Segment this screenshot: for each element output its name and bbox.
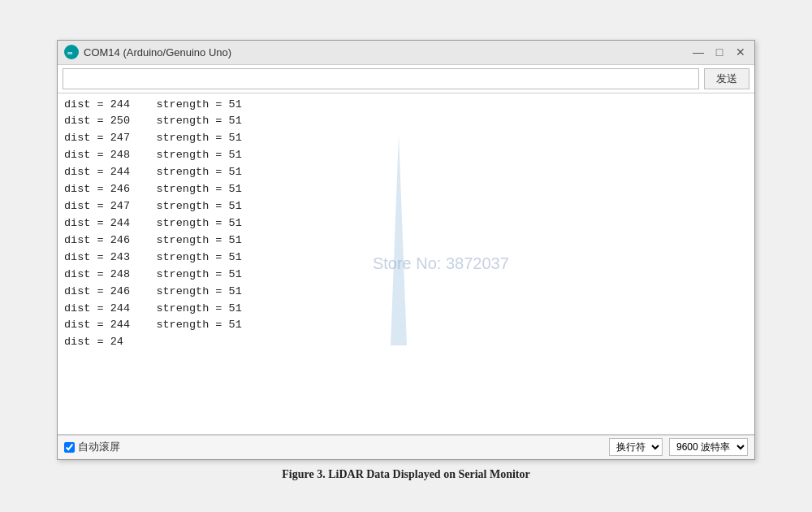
minimize-button[interactable]: — bbox=[691, 45, 706, 59]
serial-line: dist = 248 strength = 51 bbox=[64, 147, 748, 164]
serial-line: dist = 24 bbox=[64, 334, 748, 351]
serial-input[interactable] bbox=[63, 68, 699, 89]
arduino-icon: ∞ bbox=[64, 45, 79, 59]
svg-text:∞: ∞ bbox=[67, 49, 73, 57]
serial-lines-container: dist = 244 strength = 51dist = 250 stren… bbox=[64, 97, 748, 352]
send-button[interactable]: 发送 bbox=[704, 68, 749, 89]
serial-line: dist = 250 strength = 51 bbox=[64, 113, 748, 130]
autoscroll-label: 自动滚屏 bbox=[78, 440, 120, 454]
close-button[interactable]: ✕ bbox=[733, 45, 748, 59]
figure-caption: Figure 3. LiDAR Data Displayed on Serial… bbox=[57, 468, 755, 481]
serial-line: dist = 243 strength = 51 bbox=[64, 249, 748, 267]
serial-line: dist = 247 strength = 51 bbox=[64, 130, 748, 147]
serial-line: dist = 244 strength = 51 bbox=[64, 215, 748, 232]
bottom-bar: 自动滚屏 换行符 9600 波特率 bbox=[58, 435, 754, 459]
baud-select[interactable]: 9600 波特率 bbox=[669, 438, 748, 456]
serial-line: dist = 244 strength = 51 bbox=[64, 164, 748, 181]
serial-monitor-output[interactable]: dist = 244 strength = 51dist = 250 stren… bbox=[58, 93, 754, 435]
serial-line: dist = 246 strength = 51 bbox=[64, 284, 748, 301]
title-bar: ∞ COM14 (Arduino/Genuino Uno) — □ ✕ bbox=[58, 41, 754, 65]
serial-line: dist = 246 strength = 51 bbox=[64, 232, 748, 249]
title-bar-left: ∞ COM14 (Arduino/Genuino Uno) bbox=[64, 45, 231, 59]
serial-line: dist = 248 strength = 51 bbox=[64, 267, 748, 284]
arduino-serial-window: ∞ COM14 (Arduino/Genuino Uno) — □ ✕ 发送 d… bbox=[57, 40, 755, 460]
serial-line: dist = 244 strength = 51 bbox=[64, 317, 748, 334]
toolbar: 发送 bbox=[58, 65, 754, 93]
newline-select[interactable]: 换行符 bbox=[609, 438, 663, 456]
serial-line: dist = 246 strength = 51 bbox=[64, 181, 748, 198]
serial-line: dist = 247 strength = 51 bbox=[64, 198, 748, 215]
serial-line: dist = 244 strength = 51 bbox=[64, 301, 748, 318]
autoscroll-checkbox[interactable] bbox=[64, 442, 75, 453]
window-wrapper: ∞ COM14 (Arduino/Genuino Uno) — □ ✕ 发送 d… bbox=[57, 40, 755, 481]
window-title: COM14 (Arduino/Genuino Uno) bbox=[84, 46, 231, 59]
title-bar-controls: — □ ✕ bbox=[691, 45, 748, 59]
serial-line: dist = 244 strength = 51 bbox=[64, 97, 748, 114]
maximize-button[interactable]: □ bbox=[712, 45, 727, 59]
autoscroll-container: 自动滚屏 bbox=[64, 440, 120, 454]
